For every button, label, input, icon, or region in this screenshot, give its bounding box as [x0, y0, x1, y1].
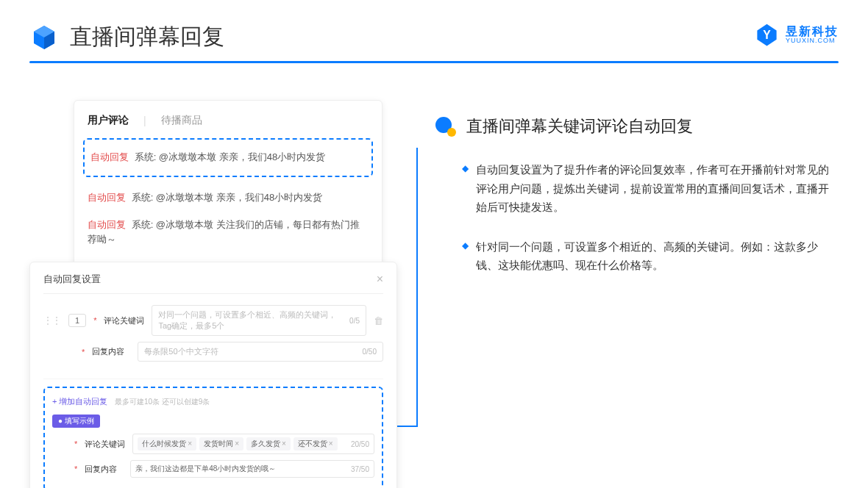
- chips-container: 什么时候发货×发货时间×多久发货×还不发货×: [138, 437, 340, 451]
- comment-text: 系统: @冰墩墩本墩 亲亲，我们48小时内发货: [135, 151, 326, 162]
- logo-text-en: YUUXIN.COM: [786, 37, 839, 44]
- logo-text-cn: 昱新科技: [786, 26, 839, 37]
- settings-card: 自动回复设置 × ⋮⋮ 1 * 评论关键词 对同一个问题，可设置多个相近、高频的…: [29, 262, 397, 488]
- required-icon: *: [93, 316, 96, 325]
- add-row: + 增加自动回复 最多可建10条 还可以创建9条: [52, 394, 374, 413]
- ex-content-label: 回复内容: [85, 464, 123, 475]
- highlighted-comment: 自动回复 系统: @冰墩墩本墩 亲亲，我们48小时内发货: [83, 138, 373, 177]
- ex-content-text: 亲，我们这边都是下单48小时内发货的哦～: [135, 464, 276, 474]
- example-box: + 增加自动回复 最多可建10条 还可以创建9条 ● 填写示例 * 评论关键词 …: [43, 387, 383, 488]
- tab-products[interactable]: 待播商品: [161, 114, 202, 127]
- comment-row: 自动回复 系统: @冰墩墩本墩 亲亲，我们48小时内发货: [90, 144, 366, 171]
- keyword-label: 评论关键词: [104, 315, 144, 326]
- auto-reply-tag: 自动回复: [88, 219, 126, 230]
- tab-separator: |: [143, 115, 146, 126]
- page-header: 直播间弹幕回复 Y 昱新科技 YUUXIN.COM: [0, 0, 868, 52]
- comment-row: 自动回复 系统: @冰墩墩本墩 关注我们的店铺，每日都有热门推荐呦～: [88, 212, 369, 254]
- char-count: 0/50: [363, 348, 377, 356]
- placeholder-text: 每条限50个中文字符: [144, 346, 218, 357]
- bullet-text: 自动回复设置为了提升作者的评论回复效率，作者可在开播前针对常见的评论用户问题，提…: [476, 160, 839, 217]
- content-label: 回复内容: [92, 346, 130, 357]
- example-tag: ● 填写示例: [52, 415, 100, 428]
- example-content-row: * 回复内容 亲，我们这边都是下单48小时内发货的哦～ 37/50: [52, 460, 374, 478]
- bullet-item: ◆ 针对同一个问题，可设置多个相近的、高频的关键词。例如：这款多少钱、这块能优惠…: [434, 237, 839, 275]
- comment-text: 系统: @冰墩墩本墩 关注我们的店铺，每日都有热门推荐呦～: [88, 219, 360, 245]
- content-row: * 回复内容 每条限50个中文字符 0/50: [43, 342, 383, 362]
- diamond-icon: ◆: [462, 240, 469, 275]
- required-icon: *: [74, 439, 77, 448]
- right-panel: 直播间弹幕关键词评论自动回复 ◆ 自动回复设置为了提升作者的评论回复效率，作者可…: [434, 100, 839, 295]
- keyword-chip[interactable]: 发货时间×: [199, 437, 243, 451]
- tab-comments[interactable]: 用户评论: [88, 114, 129, 127]
- brand-logo: Y 昱新科技 YUUXIN.COM: [754, 22, 839, 48]
- content-input[interactable]: 每条限50个中文字符 0/50: [138, 342, 383, 362]
- settings-header: 自动回复设置 ×: [43, 273, 383, 294]
- setting-block: ⋮⋮ 1 * 评论关键词 对同一个问题，可设置多个相近、高频的关键词，Tag确定…: [43, 294, 383, 379]
- bullet-item: ◆ 自动回复设置为了提升作者的评论回复效率，作者可在开播前针对常见的评论用户问题…: [434, 160, 839, 217]
- required-icon: *: [82, 348, 85, 356]
- comments-card: 用户评论 | 待播商品 自动回复 系统: @冰墩墩本墩 亲亲，我们48小时内发货…: [74, 100, 383, 268]
- settings-title: 自动回复设置: [43, 273, 101, 286]
- page-title: 直播间弹幕回复: [70, 22, 224, 52]
- example-keyword-row: * 评论关键词 什么时候发货×发货时间×多久发货×还不发货× 20/50: [52, 434, 374, 454]
- chat-bubble-icon: [434, 115, 458, 138]
- placeholder-text: 对同一个问题，可设置多个相近、高频的关键词，Tag确定，最多5个: [158, 309, 349, 331]
- keyword-row: ⋮⋮ 1 * 评论关键词 对同一个问题，可设置多个相近、高频的关键词，Tag确定…: [43, 305, 383, 336]
- tabs: 用户评论 | 待播商品: [88, 114, 369, 127]
- auto-reply-tag: 自动回复: [88, 192, 126, 203]
- char-count: 20/50: [351, 440, 369, 448]
- svg-text:Y: Y: [763, 29, 771, 41]
- row-number: 1: [68, 314, 86, 327]
- trash-icon[interactable]: 🗑: [374, 315, 383, 326]
- close-icon[interactable]: ×: [377, 273, 383, 286]
- svg-point-2: [447, 128, 456, 137]
- char-count: 0/5: [349, 317, 360, 325]
- example-keyword-input[interactable]: 什么时候发货×发货时间×多久发货×还不发货× 20/50: [132, 434, 374, 454]
- section-title: 直播间弹幕关键词评论自动回复: [466, 115, 693, 137]
- char-count: 37/50: [351, 465, 369, 473]
- comment-text: 系统: @冰墩墩本墩 亲亲，我们48小时内发货: [132, 192, 323, 203]
- keyword-chip[interactable]: 什么时候发货×: [138, 437, 196, 451]
- keyword-input[interactable]: 对同一个问题，可设置多个相近、高频的关键词，Tag确定，最多5个 0/5: [152, 305, 366, 336]
- section-header: 直播间弹幕关键词评论自动回复: [434, 115, 839, 138]
- add-auto-reply-link[interactable]: + 增加自动回复: [52, 396, 107, 407]
- auto-reply-tag: 自动回复: [90, 151, 129, 162]
- required-icon: *: [74, 464, 77, 473]
- cube-icon: [29, 23, 59, 52]
- comment-row: 自动回复 系统: @冰墩墩本墩 亲亲，我们48小时内发货: [88, 184, 369, 212]
- left-panel: 用户评论 | 待播商品 自动回复 系统: @冰墩墩本墩 亲亲，我们48小时内发货…: [29, 100, 397, 295]
- logo-icon: Y: [754, 22, 780, 48]
- ex-kw-label: 评论关键词: [85, 439, 125, 450]
- drag-icon[interactable]: ⋮⋮: [43, 315, 61, 326]
- add-hint: 最多可建10条 还可以创建9条: [115, 398, 210, 406]
- keyword-chip[interactable]: 还不发货×: [294, 437, 338, 451]
- keyword-chip[interactable]: 多久发货×: [246, 437, 291, 451]
- bullet-text: 针对同一个问题，可设置多个相近的、高频的关键词。例如：这款多少钱、这块能优惠吗、…: [476, 237, 839, 275]
- example-content-input[interactable]: 亲，我们这边都是下单48小时内发货的哦～ 37/50: [130, 460, 374, 478]
- diamond-icon: ◆: [462, 163, 469, 217]
